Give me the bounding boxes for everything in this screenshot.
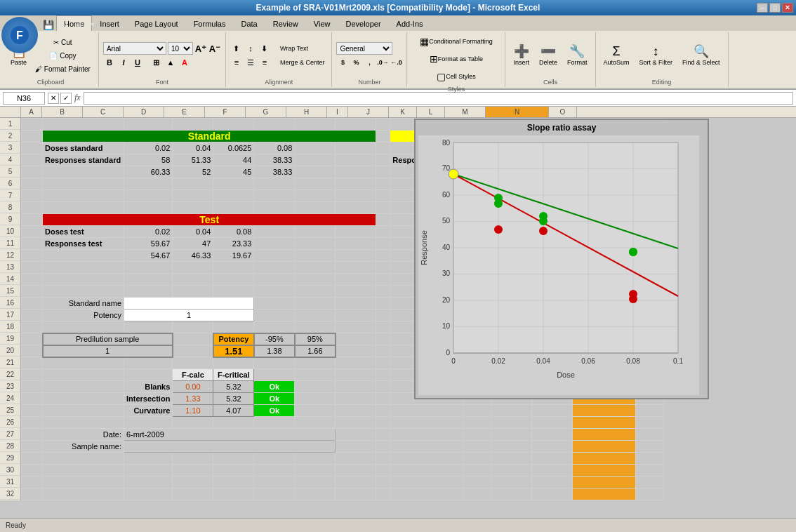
cell-i30[interactable] <box>376 465 390 477</box>
cell-n31[interactable] <box>572 477 635 488</box>
cell-c30[interactable] <box>124 465 173 477</box>
cell-o25[interactable] <box>635 405 663 417</box>
cell-e1[interactable] <box>213 119 254 131</box>
cell-g32[interactable] <box>295 488 336 500</box>
cell-i19[interactable] <box>376 333 390 345</box>
percent-btn[interactable]: $ <box>336 56 349 69</box>
cell-b26[interactable] <box>43 417 124 429</box>
cell-h20[interactable] <box>336 345 376 357</box>
cell-k28[interactable] <box>463 441 491 453</box>
row-25[interactable]: 25 <box>0 404 20 416</box>
row-3[interactable]: 3 <box>0 142 20 154</box>
cell-g1[interactable] <box>295 119 336 131</box>
cell-c23-blanks-lbl[interactable]: Blanks <box>124 381 173 393</box>
cell-i31[interactable] <box>376 477 390 488</box>
cell-f10[interactable] <box>254 226 295 238</box>
tab-addins[interactable]: Add-Ins <box>389 15 431 31</box>
row-12[interactable]: 12 <box>0 249 20 261</box>
cell-f24-intersection-ok[interactable]: Ok <box>254 393 295 405</box>
cell-d19[interactable] <box>173 333 213 345</box>
cell-f7[interactable] <box>254 190 295 202</box>
cell-a3[interactable] <box>22 142 43 154</box>
row-7[interactable]: 7 <box>0 189 20 201</box>
office-button[interactable]: F <box>1 17 38 53</box>
restore-btn[interactable]: □ <box>769 3 781 13</box>
cell-b2-standard[interactable]: Standard <box>43 131 376 142</box>
row-5[interactable]: 5 <box>0 166 20 178</box>
cell-a5[interactable] <box>22 166 43 178</box>
cell-a14[interactable] <box>22 274 43 286</box>
cell-i11[interactable] <box>376 238 390 250</box>
cell-f4[interactable]: 38.33 <box>254 154 295 166</box>
cell-e3[interactable]: 0.0625 <box>213 142 254 154</box>
col-header-h[interactable]: H <box>286 107 327 117</box>
row-27[interactable]: 27 <box>0 428 20 440</box>
row-6[interactable]: 6 <box>0 178 20 189</box>
formula-cancel-btn[interactable]: ✕ <box>48 93 59 104</box>
row-17[interactable]: 17 <box>0 309 20 321</box>
cell-a32[interactable] <box>22 488 43 500</box>
cell-b21[interactable] <box>43 357 124 369</box>
col-header-g[interactable]: G <box>246 107 286 117</box>
cell-b24[interactable] <box>43 393 124 405</box>
row-14[interactable]: 14 <box>0 273 20 285</box>
cell-g6[interactable] <box>295 178 336 190</box>
cell-c25-curvature-lbl[interactable]: Curvature <box>124 405 173 417</box>
cell-b1[interactable] <box>43 119 124 131</box>
cell-f18[interactable] <box>254 321 295 333</box>
cell-h24[interactable] <box>336 393 376 405</box>
cell-a11[interactable] <box>22 238 43 250</box>
row-29[interactable]: 29 <box>0 452 20 464</box>
bold-button[interactable]: B <box>103 56 116 69</box>
cell-h3[interactable] <box>336 142 376 154</box>
cell-a28[interactable] <box>22 441 43 453</box>
cell-c10[interactable]: 0.02 <box>124 226 173 238</box>
cell-b4[interactable]: Responses standard <box>43 154 124 166</box>
cell-i24[interactable] <box>376 393 390 405</box>
tab-developer[interactable]: Developer <box>338 15 388 31</box>
cell-b28-sample-lbl[interactable]: Sample name: <box>43 441 124 453</box>
cell-c32[interactable] <box>124 488 173 500</box>
cell-d3[interactable]: 0.04 <box>173 142 213 154</box>
cell-o29[interactable] <box>635 453 663 465</box>
cell-j30[interactable] <box>390 465 463 477</box>
row-18[interactable]: 18 <box>0 321 20 333</box>
cell-d25-curvature-fcalc[interactable]: 1.10 <box>173 405 213 417</box>
cell-c14[interactable] <box>124 274 173 286</box>
cell-f32[interactable] <box>254 488 295 500</box>
cell-d22-fcalc-hdr[interactable]: F-calc <box>173 369 213 381</box>
middle-align-btn[interactable]: ↕ <box>244 42 257 55</box>
cell-e7[interactable] <box>213 190 254 202</box>
cell-c26[interactable] <box>124 417 173 429</box>
cell-m25[interactable] <box>531 405 572 417</box>
cell-i14[interactable] <box>376 274 390 286</box>
row-22[interactable]: 22 <box>0 368 20 380</box>
cell-f8[interactable] <box>254 202 295 214</box>
row-31[interactable]: 31 <box>0 476 20 488</box>
cell-a15[interactable] <box>22 286 43 298</box>
cell-k29[interactable] <box>463 453 491 465</box>
fill-color-button[interactable]: ▲ <box>164 56 177 69</box>
row-24[interactable]: 24 <box>0 392 20 404</box>
percent-sign-btn[interactable]: % <box>350 56 362 69</box>
cell-e24-intersection-fcrit[interactable]: 5.32 <box>213 393 254 405</box>
cell-a2[interactable] <box>22 131 43 142</box>
row-23[interactable]: 23 <box>0 380 20 392</box>
cell-i28[interactable] <box>376 441 390 453</box>
cell-a1[interactable] <box>22 119 43 131</box>
cell-g23[interactable] <box>295 381 336 393</box>
cell-m30[interactable] <box>531 465 572 477</box>
cell-b16-std-name-lbl[interactable]: Standard name <box>43 298 124 310</box>
row-11[interactable]: 11 <box>0 237 20 249</box>
row-15[interactable]: 15 <box>0 285 20 297</box>
cell-e14[interactable] <box>213 274 254 286</box>
cell-g19-ci-pos[interactable]: 95% <box>295 333 336 345</box>
top-align-btn[interactable]: ⬆ <box>230 42 243 55</box>
cell-h16[interactable] <box>336 298 376 310</box>
cell-k25[interactable] <box>463 405 491 417</box>
cell-c15[interactable] <box>124 286 173 298</box>
cell-g13[interactable] <box>295 262 336 274</box>
font-size-select[interactable]: 10 <box>168 42 193 55</box>
cell-m29[interactable] <box>531 453 572 465</box>
cell-g16[interactable] <box>295 298 336 310</box>
